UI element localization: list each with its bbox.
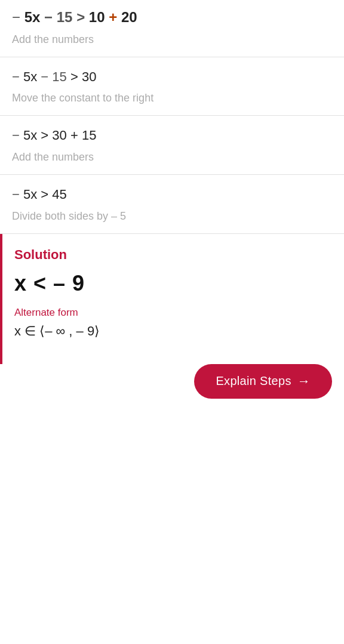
step-equation-0: − 5x − 15 > 10 + 20 <box>12 7 332 27</box>
step-block-2: − 5x > 30 + 15 Add the numbers <box>0 116 344 175</box>
minus-sign: − <box>12 9 20 25</box>
gt-sign-2: > <box>41 128 52 143</box>
gt-sign-1: > <box>70 69 82 84</box>
minus-sign-2: − <box>12 128 20 143</box>
solution-equation: x < – 9 <box>14 271 332 296</box>
solution-block: Solution x < – 9 Alternate form x ∈ ⟨– ∞… <box>0 234 344 364</box>
gt-sign-3: > <box>41 187 52 202</box>
step-hint-3: Divide both sides by – 5 <box>12 210 332 223</box>
term-30: 30 <box>82 69 96 84</box>
term-10: 10 <box>89 9 105 25</box>
term-20: 20 <box>121 9 137 25</box>
term-5x-1: 5x <box>23 69 37 84</box>
solution-label: Solution <box>14 247 332 263</box>
term-minus-15: − 15 <box>44 9 72 25</box>
plus-sign-2: + <box>70 128 82 143</box>
explain-steps-button[interactable]: Explain Steps → <box>194 364 332 399</box>
explain-steps-label: Explain Steps <box>216 374 291 388</box>
minus-neg: – <box>53 271 72 295</box>
step-equation-3: − 5x > 45 <box>12 186 332 204</box>
step-equation-1: − 5x − 15 > 30 <box>12 68 332 87</box>
step-block-1: − 5x − 15 > 30 Move the constant to the … <box>0 57 344 116</box>
term-45: 45 <box>52 187 66 202</box>
step-equation-2: − 5x > 30 + 15 <box>12 127 332 145</box>
plus-sign: + <box>109 9 121 25</box>
arrow-icon: → <box>297 374 311 389</box>
explain-btn-wrapper: Explain Steps → <box>0 364 344 411</box>
term-5x-2: 5x <box>23 128 37 143</box>
term-minus-15-1: − 15 <box>41 69 66 84</box>
alternate-form-equation: x ∈ ⟨– ∞ , – 9⟩ <box>14 323 332 339</box>
x-var: x <box>14 271 27 295</box>
alternate-form-label: Alternate form <box>14 307 332 319</box>
solution-value: 9 <box>72 271 85 295</box>
lt-sign: < <box>33 271 53 295</box>
term-15-2: 15 <box>82 128 96 143</box>
minus-sign-3: − <box>12 187 20 202</box>
gt-sign: > <box>76 9 89 25</box>
term-5x: 5x <box>24 9 41 25</box>
step-hint-0: Add the numbers <box>12 33 332 46</box>
term-30-2: 30 <box>52 128 66 143</box>
term-5x-3: 5x <box>23 187 37 202</box>
step-block-3: − 5x > 45 Divide both sides by – 5 <box>0 175 344 234</box>
step-hint-1: Move the constant to the right <box>12 92 332 104</box>
step-hint-2: Add the numbers <box>12 151 332 164</box>
step-block-0: − 5x − 15 > 10 + 20 Add the numbers <box>0 0 344 57</box>
minus-sign-1: − <box>12 69 20 84</box>
